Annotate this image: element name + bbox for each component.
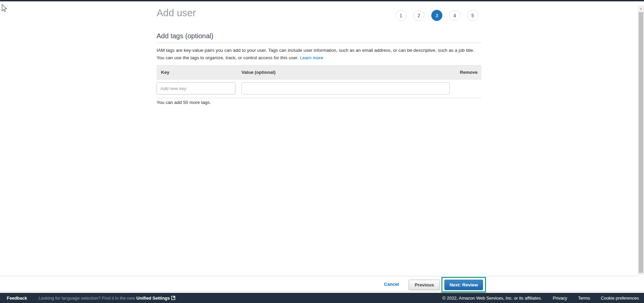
- unified-settings-link[interactable]: Unified Settings: [136, 296, 170, 301]
- mouse-cursor: [1, 4, 7, 13]
- wizard-step-4[interactable]: 4: [449, 10, 460, 21]
- tag-input-row: [157, 79, 481, 98]
- learn-more-link[interactable]: Learn more: [300, 55, 323, 60]
- column-header-remove: Remove: [451, 70, 481, 75]
- next-review-button[interactable]: Next: Review: [444, 280, 483, 290]
- footer-legal-links: © 2022, Amazon Web Services, Inc. or its…: [442, 296, 644, 301]
- language-hint-text: Looking for language selection? Find it …: [39, 296, 136, 301]
- tags-table-header: Key Value (optional) Remove: [157, 65, 481, 79]
- previous-button[interactable]: Previous: [409, 280, 440, 290]
- terms-link[interactable]: Terms: [578, 296, 590, 301]
- privacy-link[interactable]: Privacy: [553, 296, 567, 301]
- scrollbar-thumb[interactable]: [639, 12, 643, 273]
- wizard-step-1[interactable]: 1: [395, 10, 407, 21]
- console-footer: Feedback Looking for language selection?…: [0, 293, 644, 303]
- language-selection-hint: Looking for language selection? Find it …: [39, 296, 176, 301]
- add-user-wizard-page: { "page": { "title": "Add user" }, "wiza…: [0, 0, 644, 303]
- external-link-icon: [171, 296, 176, 300]
- footer-divider: [0, 291, 644, 291]
- column-header-value: Value (optional): [242, 70, 451, 75]
- cancel-button[interactable]: Cancel: [384, 282, 399, 287]
- wizard-step-indicator: 1 2 3 4 5: [395, 10, 478, 21]
- tag-value-input[interactable]: [242, 82, 450, 94]
- tag-key-input[interactable]: [157, 82, 235, 94]
- section-description: IAM tags are key-value pairs you can add…: [157, 47, 481, 61]
- copyright-text: © 2022, Amazon Web Services, Inc. or its…: [442, 296, 542, 301]
- console-top-bar: [0, 0, 644, 1]
- column-header-key: Key: [157, 70, 242, 75]
- tags-remaining-hint: You can add 50 more tags.: [157, 100, 211, 105]
- section-divider: [157, 43, 481, 43]
- wizard-step-3[interactable]: 3: [431, 10, 442, 21]
- wizard-step-2[interactable]: 2: [413, 10, 424, 21]
- section-heading: Add tags (optional): [157, 32, 213, 40]
- tags-table: Key Value (optional) Remove: [157, 65, 481, 98]
- feedback-link[interactable]: Feedback: [7, 296, 27, 301]
- actions-divider: [0, 276, 638, 276]
- scrollbar-up-arrow-icon[interactable]: ▲: [638, 5, 644, 12]
- vertical-scrollbar[interactable]: ▲: [638, 5, 644, 275]
- cookie-preferences-link[interactable]: Cookie preferences: [601, 296, 639, 301]
- page-title: Add user: [157, 7, 196, 19]
- next-button-highlight-box: Next: Review: [441, 277, 486, 293]
- wizard-step-5[interactable]: 5: [467, 10, 478, 21]
